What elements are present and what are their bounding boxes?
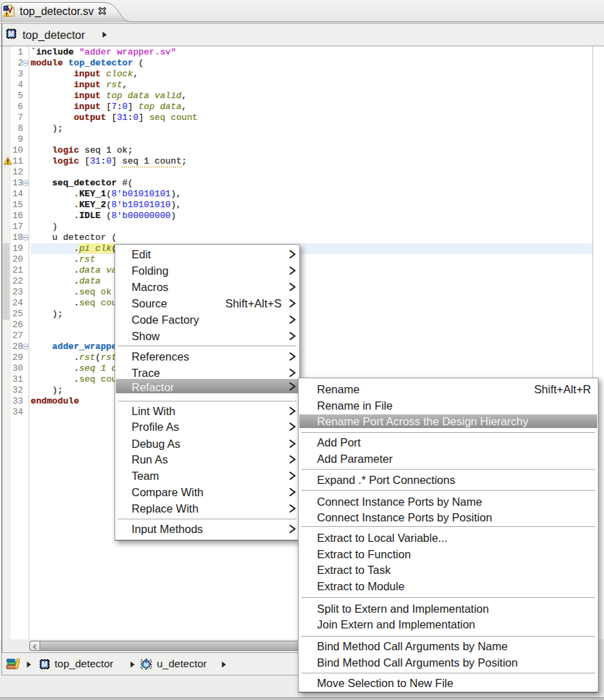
svg-text:M: M xyxy=(144,661,149,668)
svg-text:M: M xyxy=(8,30,14,37)
svg-text:M: M xyxy=(42,660,47,668)
